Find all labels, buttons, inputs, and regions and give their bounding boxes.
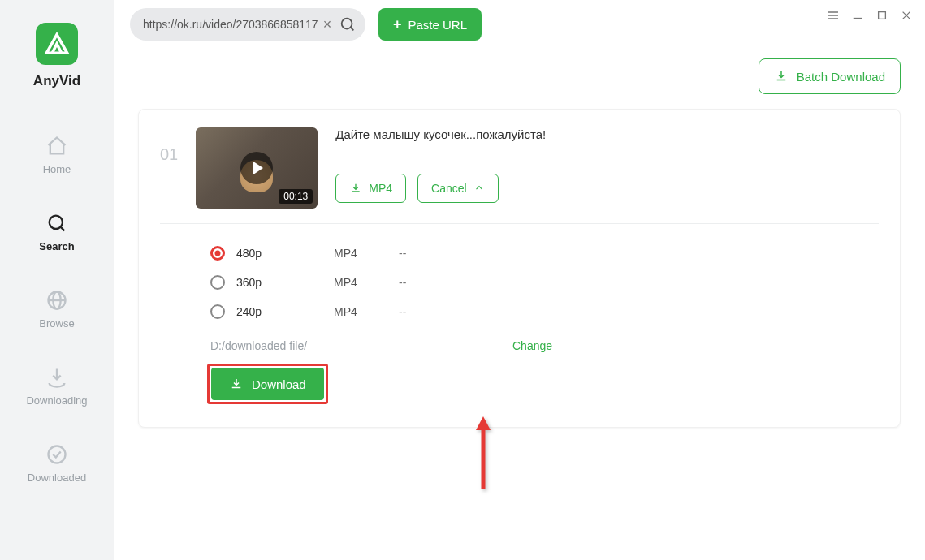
- url-input[interactable]: https://ok.ru/video/2703866858117: [143, 18, 318, 31]
- format-button[interactable]: MP4: [335, 174, 406, 203]
- home-icon: [45, 134, 69, 158]
- save-path: D:/downloaded file/: [210, 339, 512, 352]
- app-logo: [36, 23, 78, 65]
- svg-point-3: [49, 446, 66, 463]
- video-title: Дайте малышу кусочек...пожалуйста!: [335, 127, 879, 141]
- menu-icon[interactable]: [826, 8, 841, 23]
- app-name: AnyVid: [33, 73, 80, 89]
- search-button[interactable]: [336, 13, 359, 36]
- divider: [160, 223, 879, 224]
- globe-icon: [45, 288, 69, 312]
- format-label: MP4: [369, 182, 392, 195]
- quality-options: 480p MP4 -- 360p MP4 -- 240p MP4 --: [160, 239, 879, 326]
- cancel-button[interactable]: Cancel: [417, 174, 499, 203]
- sidebar: AnyVid Home Search Browse Downloading Do…: [0, 0, 114, 560]
- nav-label: Search: [39, 240, 74, 252]
- play-icon: [240, 152, 273, 184]
- result-info: Дайте малышу кусочек...пожалуйста! MP4 C…: [335, 127, 879, 203]
- quality-option[interactable]: 240p MP4 --: [210, 297, 879, 326]
- plus-icon: +: [393, 16, 402, 33]
- radio-unselected[interactable]: [210, 275, 225, 290]
- change-path-link[interactable]: Change: [512, 339, 552, 352]
- nav-downloaded[interactable]: Downloaded: [28, 442, 86, 484]
- url-input-wrap: https://ok.ru/video/2703866858117 ×: [130, 8, 365, 41]
- highlight-outline: Download: [207, 364, 328, 404]
- nav-search[interactable]: Search: [39, 211, 74, 252]
- paste-url-button[interactable]: + Paste URL: [378, 8, 482, 41]
- path-row: D:/downloaded file/ Change: [160, 339, 879, 352]
- option-size: --: [399, 305, 406, 318]
- download-button[interactable]: Download: [211, 368, 324, 400]
- quality-option[interactable]: 360p MP4 --: [210, 268, 879, 297]
- main: https://ok.ru/video/2703866858117 × + Pa…: [114, 0, 925, 560]
- svg-rect-4: [879, 12, 886, 19]
- radio-selected[interactable]: [210, 246, 225, 261]
- nav: Home Search Browse Downloading Downloade…: [0, 134, 114, 484]
- option-size: --: [399, 247, 406, 260]
- batch-label: Batch Download: [797, 70, 885, 84]
- nav-label: Browse: [39, 317, 74, 330]
- quality-option[interactable]: 480p MP4 --: [210, 239, 879, 268]
- close-icon[interactable]: [899, 8, 914, 23]
- nav-browse[interactable]: Browse: [39, 288, 74, 330]
- nav-label: Downloaded: [28, 472, 86, 484]
- option-format: MP4: [334, 276, 399, 289]
- result-card: 01 00:13 Дайте малышу кусочек...пожалуйс…: [138, 109, 901, 428]
- option-format: MP4: [334, 305, 399, 318]
- batch-download-button[interactable]: Batch Download: [759, 58, 901, 94]
- svg-point-5: [342, 19, 352, 29]
- option-quality: 480p: [236, 247, 334, 260]
- svg-point-0: [50, 216, 63, 229]
- maximize-icon[interactable]: [875, 8, 889, 23]
- minimize-icon[interactable]: [850, 8, 865, 23]
- video-thumbnail[interactable]: 00:13: [196, 127, 318, 209]
- download-icon: [45, 365, 69, 390]
- duration-badge: 00:13: [279, 189, 313, 204]
- clear-icon[interactable]: ×: [318, 15, 336, 33]
- download-wrap: Download: [160, 364, 879, 404]
- nav-label: Downloading: [26, 394, 87, 407]
- card-header: 01 00:13 Дайте малышу кусочек...пожалуйс…: [160, 127, 879, 209]
- batch-wrap: Batch Download: [114, 49, 925, 94]
- nav-downloading[interactable]: Downloading: [26, 365, 87, 407]
- search-icon: [45, 211, 69, 235]
- result-index: 01: [160, 127, 178, 164]
- check-circle-icon: [45, 442, 69, 467]
- paste-label: Paste URL: [408, 18, 468, 32]
- result-actions: MP4 Cancel: [335, 174, 879, 203]
- option-quality: 360p: [236, 276, 334, 289]
- download-label: Download: [252, 377, 306, 391]
- option-size: --: [399, 276, 406, 289]
- window-controls: [826, 8, 914, 23]
- topbar: https://ok.ru/video/2703866858117 × + Pa…: [114, 0, 925, 49]
- option-quality: 240p: [236, 305, 334, 318]
- nav-label: Home: [43, 163, 71, 175]
- annotation-arrow: [471, 412, 495, 497]
- radio-unselected[interactable]: [210, 304, 225, 319]
- nav-home[interactable]: Home: [43, 134, 71, 175]
- cancel-label: Cancel: [431, 182, 467, 195]
- option-format: MP4: [334, 247, 399, 260]
